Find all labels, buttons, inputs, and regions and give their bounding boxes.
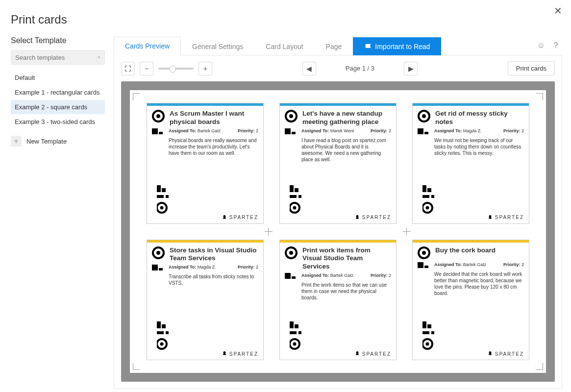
main: Cards PreviewGeneral SettingsCard Layout… (108, 36, 571, 389)
template-item[interactable]: Example 1 - rectangular cards (11, 85, 105, 99)
svg-rect-27 (295, 324, 298, 328)
search-icon (98, 54, 100, 61)
svg-line-1 (99, 58, 100, 58)
print-card: Print work items from Visual Studio Team… (279, 240, 397, 361)
zoom-out-button[interactable]: − (140, 62, 153, 75)
preview-area: As Scrum Master I want physical boardsAs… (121, 81, 555, 382)
tab-card-layout[interactable]: Card Layout (254, 37, 314, 55)
print-cards-button[interactable]: Print cards (508, 61, 555, 75)
zoom-in-button[interactable]: + (199, 62, 212, 75)
meta-icon (152, 128, 165, 135)
qr-code (285, 321, 391, 351)
svg-rect-35 (431, 331, 434, 334)
card-meta: Assigned To: Magda Z.Priority: 2 (434, 128, 524, 135)
expand-icon (124, 65, 131, 72)
card-body: Transcribe all tasks from sticky notes t… (147, 271, 263, 321)
svg-point-0 (98, 56, 99, 58)
smiley-icon[interactable]: ☺ (537, 41, 546, 50)
card-meta: Assigned To: Bartek GatzPriority: 2 (434, 262, 524, 269)
qr-code (418, 185, 524, 215)
svg-rect-23 (166, 331, 169, 334)
svg-rect-21 (162, 324, 166, 328)
svg-rect-3 (162, 188, 166, 192)
card-body: Physical boards are really awesome and i… (147, 135, 263, 185)
target-icon (285, 110, 298, 123)
svg-rect-34 (422, 331, 429, 334)
svg-rect-4 (157, 195, 164, 198)
template-item[interactable]: Example 3 - two-sided cards (11, 115, 105, 129)
qr-code (285, 185, 391, 215)
target-icon (418, 110, 431, 123)
svg-rect-29 (298, 331, 301, 334)
card-title: Let's have a new standup meeting gatheri… (302, 110, 391, 126)
print-sheet: As Scrum Master I want physical boardsAs… (130, 90, 546, 373)
svg-rect-8 (290, 185, 294, 192)
tabs-row: Cards PreviewGeneral SettingsCard Layout… (114, 36, 562, 55)
card-body: We must not be keeping track of our task… (413, 135, 529, 185)
svg-rect-10 (290, 195, 297, 198)
svg-point-25 (160, 343, 164, 346)
plus-icon: + (11, 136, 22, 147)
tab-cards-preview[interactable]: Cards Preview (114, 37, 181, 55)
target-icon (152, 246, 166, 260)
template-item[interactable]: Default (11, 71, 105, 85)
card-title: Get rid of messy sticky notes (435, 110, 524, 126)
tab-important-to-read[interactable]: Important to Read (353, 37, 441, 55)
card-meta: Assigned To: Bartek GatzPriority: 2 (301, 273, 391, 280)
search-templates[interactable] (11, 50, 105, 65)
card-title: As Scrum Master I want physical boards (170, 110, 258, 126)
target-icon (418, 246, 431, 260)
card-meta: Assigned To: Marek WentPriority: 2 (301, 128, 391, 135)
zoom-slider[interactable] (158, 68, 194, 70)
help-icon[interactable]: ? (551, 41, 560, 50)
new-template-button[interactable]: + New Template (11, 136, 105, 147)
brand-logo: SPARTEZ (487, 351, 524, 357)
svg-rect-22 (157, 331, 164, 334)
meta-icon (418, 128, 430, 135)
card-body: Print the work items so that we can use … (280, 280, 396, 321)
print-card: Get rid of messy sticky notesAssigned To… (412, 103, 529, 224)
brand-logo: SPARTEZ (222, 215, 258, 220)
fullscreen-button[interactable] (121, 62, 135, 75)
meta-icon (285, 273, 298, 280)
svg-rect-26 (290, 321, 294, 328)
svg-rect-11 (298, 195, 301, 198)
card-title: Buy the cork board (435, 246, 496, 260)
svg-rect-32 (422, 321, 426, 328)
card-title: Store tasks in Visual Studio Team Servic… (170, 246, 258, 263)
meta-icon (418, 262, 430, 269)
search-input[interactable] (15, 54, 98, 61)
tab-page[interactable]: Page (315, 37, 353, 55)
card-meta: Assigned To: Bartek GatzPriority: 2 (169, 128, 258, 135)
target-icon (285, 246, 298, 260)
template-item[interactable]: Example 2 - square cards (11, 100, 105, 114)
svg-point-19 (426, 206, 429, 209)
print-card: As Scrum Master I want physical boardsAs… (147, 103, 264, 224)
svg-point-7 (160, 206, 164, 209)
brand-logo: SPARTEZ (354, 215, 391, 220)
card-body: I have read a blog post on spartez.com a… (280, 135, 396, 185)
qr-code (418, 321, 524, 351)
sidebar: Select Template DefaultExample 1 - recta… (0, 36, 108, 389)
preview-panel: − + ◀ Page 1 / 3 ▶ Print cards As Scrum … (114, 55, 562, 389)
meta-icon (152, 265, 165, 271)
svg-rect-28 (290, 331, 297, 334)
brand-logo: SPARTEZ (354, 351, 391, 357)
svg-rect-2 (157, 185, 161, 192)
sidebar-heading: Select Template (11, 36, 105, 45)
brand-logo: SPARTEZ (222, 351, 258, 357)
svg-point-31 (293, 343, 297, 346)
next-page-button[interactable]: ▶ (404, 62, 418, 75)
card-body: We decided that the cork board will work… (413, 269, 529, 322)
print-card: Let's have a new standup meeting gatheri… (279, 103, 397, 224)
prev-page-button[interactable]: ◀ (302, 62, 316, 75)
svg-rect-33 (427, 324, 431, 328)
close-icon[interactable]: ✕ (554, 5, 562, 17)
target-icon (152, 110, 166, 123)
template-list: DefaultExample 1 - rectangular cardsExam… (11, 71, 105, 129)
print-card: Buy the cork boardAssigned To: Bartek Ga… (412, 240, 529, 361)
svg-point-13 (293, 206, 297, 209)
qr-code (152, 185, 258, 215)
tab-general-settings[interactable]: General Settings (181, 37, 254, 55)
brand-logo: SPARTEZ (487, 215, 524, 220)
